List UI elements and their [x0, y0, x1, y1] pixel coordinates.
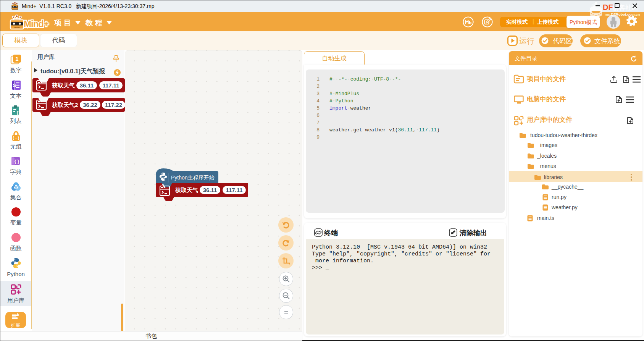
svg-text:获取天气: 获取天气 [175, 187, 198, 193]
svg-text:36.11: 36.11 [203, 187, 217, 193]
svg-text:36.22: 36.22 [83, 102, 97, 108]
svg-text:获取天气: 获取天气 [52, 82, 75, 89]
svg-text:36.11: 36.11 [80, 82, 94, 89]
svg-text:Python主程序开始: Python主程序开始 [171, 175, 215, 181]
svg-text:{}: {} [14, 159, 19, 165]
svg-text:S: S [13, 82, 16, 88]
svg-text:(·): (·) [12, 136, 20, 141]
svg-text:1: 1 [15, 55, 18, 62]
svg-text:[]: [] [16, 111, 21, 115]
svg-text:117.11: 117.11 [102, 82, 119, 89]
svg-text:Mind+: Mind+ [24, 19, 49, 29]
svg-text:获取天气2: 获取天气2 [52, 102, 78, 108]
svg-text:117.11: 117.11 [226, 187, 242, 193]
svg-text:117.22: 117.22 [105, 102, 122, 108]
